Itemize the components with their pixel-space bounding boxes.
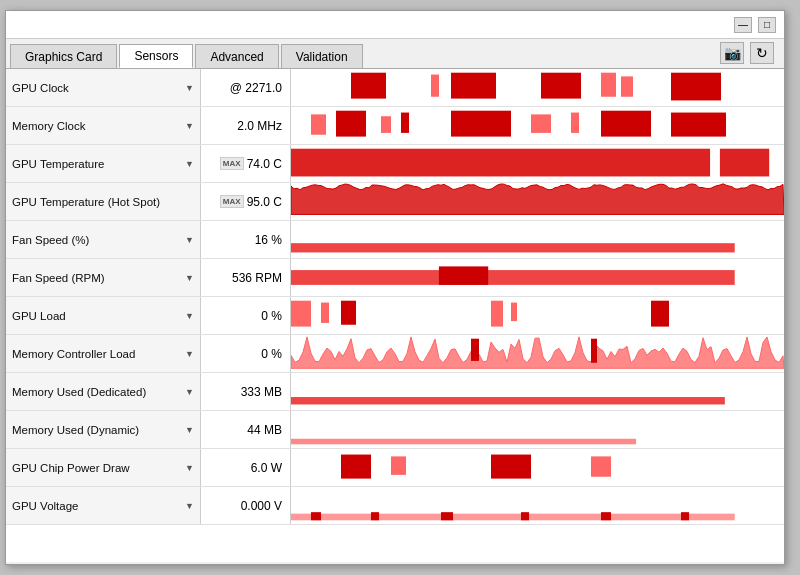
sensor-label-text: Memory Controller Load <box>12 348 135 360</box>
svg-rect-37 <box>371 512 379 520</box>
svg-rect-2 <box>451 73 496 99</box>
svg-rect-23 <box>341 301 356 325</box>
svg-rect-33 <box>491 455 531 479</box>
svg-rect-15 <box>671 113 726 137</box>
max-badge: MAX <box>220 157 244 170</box>
sensor-value: MAX95.0 C <box>201 183 291 220</box>
sensor-value: MAX74.0 C <box>201 145 291 182</box>
sensor-label-text: Memory Used (Dynamic) <box>12 424 139 436</box>
sensor-row: Memory Used (Dynamic)▼44 MB <box>6 411 784 449</box>
dropdown-arrow-icon: ▼ <box>185 311 194 321</box>
tab-advanced[interactable]: Advanced <box>195 44 278 68</box>
svg-rect-40 <box>601 512 611 520</box>
refresh-icon-button[interactable]: ↻ <box>750 42 774 64</box>
svg-rect-0 <box>351 73 386 99</box>
sensor-value-text: 0.000 V <box>241 499 282 513</box>
sensor-graph <box>291 69 784 106</box>
dropdown-arrow-icon: ▼ <box>185 235 194 245</box>
tab-icons: 📷 ↻ <box>720 42 780 68</box>
svg-rect-39 <box>521 512 529 520</box>
svg-rect-31 <box>341 455 371 479</box>
tab-validation[interactable]: Validation <box>281 44 363 68</box>
sensor-value-text: 536 RPM <box>232 271 282 285</box>
svg-rect-29 <box>291 397 725 404</box>
sensor-row: GPU Temperature▼MAX74.0 C <box>6 145 784 183</box>
sensor-graph <box>291 107 784 144</box>
sensor-label-text: Memory Used (Dedicated) <box>12 386 146 398</box>
sensor-label-text: GPU Clock <box>12 82 69 94</box>
svg-rect-3 <box>541 73 581 99</box>
dropdown-arrow-icon: ▼ <box>185 463 194 473</box>
sensor-graph <box>291 145 784 182</box>
sensor-graph <box>291 297 784 334</box>
svg-rect-35 <box>291 514 735 521</box>
sensor-label[interactable]: GPU Temperature▼ <box>6 145 201 182</box>
svg-rect-28 <box>591 339 597 363</box>
sensor-row: GPU Load▼0 % <box>6 297 784 335</box>
minimize-button[interactable]: — <box>734 17 752 33</box>
sensor-value-text: 333 MB <box>241 385 282 399</box>
svg-rect-6 <box>601 73 616 97</box>
title-bar: — □ <box>6 11 784 39</box>
sensor-label-text: Memory Clock <box>12 120 85 132</box>
sensor-graph <box>291 411 784 448</box>
sensor-label[interactable]: Memory Clock▼ <box>6 107 201 144</box>
sensor-label[interactable]: Fan Speed (RPM)▼ <box>6 259 201 296</box>
svg-rect-30 <box>291 439 636 445</box>
svg-rect-34 <box>591 456 611 476</box>
sensor-label[interactable]: Memory Used (Dedicated)▼ <box>6 373 201 410</box>
svg-rect-11 <box>451 111 511 137</box>
sensor-value: 44 MB <box>201 411 291 448</box>
sensor-graph <box>291 449 784 486</box>
sensor-graph <box>291 221 784 258</box>
sensor-label[interactable]: GPU Clock▼ <box>6 69 201 106</box>
sensor-graph <box>291 259 784 296</box>
sensor-label[interactable]: GPU Temperature (Hot Spot) <box>6 183 201 220</box>
sensor-row: Fan Speed (RPM)▼536 RPM <box>6 259 784 297</box>
dropdown-arrow-icon: ▼ <box>185 159 194 169</box>
sensor-value: 2.0 MHz <box>201 107 291 144</box>
dropdown-arrow-icon: ▼ <box>185 349 194 359</box>
sensor-label[interactable]: Memory Used (Dynamic)▼ <box>6 411 201 448</box>
svg-rect-10 <box>401 113 409 133</box>
sensor-label[interactable]: GPU Load▼ <box>6 297 201 334</box>
dropdown-arrow-icon: ▼ <box>185 121 194 131</box>
window-controls: — □ <box>734 17 776 33</box>
sensor-value-text: 2.0 MHz <box>237 119 282 133</box>
dropdown-arrow-icon: ▼ <box>185 83 194 93</box>
sensor-value: 333 MB <box>201 373 291 410</box>
dropdown-arrow-icon: ▼ <box>185 273 194 283</box>
sensor-label[interactable]: Memory Controller Load▼ <box>6 335 201 372</box>
svg-rect-8 <box>336 111 366 137</box>
tab-graphics-card[interactable]: Graphics Card <box>10 44 117 68</box>
svg-rect-41 <box>681 512 689 520</box>
svg-rect-1 <box>431 75 439 97</box>
sensor-label[interactable]: GPU Chip Power Draw▼ <box>6 449 201 486</box>
sensor-value: 0 % <box>201 297 291 334</box>
svg-rect-21 <box>291 301 311 327</box>
sensor-value-text: 95.0 C <box>247 195 282 209</box>
svg-rect-17 <box>720 149 769 177</box>
camera-icon-button[interactable]: 📷 <box>720 42 744 64</box>
sensor-value-text: 74.0 C <box>247 157 282 171</box>
sensor-value-text: 0 % <box>261 347 282 361</box>
sensor-label[interactable]: Fan Speed (%)▼ <box>6 221 201 258</box>
sensor-label[interactable]: GPU Voltage▼ <box>6 487 201 524</box>
sensor-graph <box>291 373 784 410</box>
svg-rect-26 <box>651 301 669 327</box>
sensor-row: GPU Temperature (Hot Spot)MAX95.0 C <box>6 183 784 221</box>
sensor-graph <box>291 487 784 524</box>
sensor-label-text: Fan Speed (RPM) <box>12 272 105 284</box>
tab-bar: Graphics Card Sensors Advanced Validatio… <box>6 39 784 69</box>
sensors-content: GPU Clock▼@ 2271.0Memory Clock▼2.0 MHzGP… <box>6 69 784 562</box>
sensor-row: GPU Clock▼@ 2271.0 <box>6 69 784 107</box>
tab-sensors[interactable]: Sensors <box>119 44 193 68</box>
maximize-button[interactable]: □ <box>758 17 776 33</box>
svg-rect-27 <box>471 339 479 361</box>
svg-rect-9 <box>381 116 391 133</box>
sensor-value: 536 RPM <box>201 259 291 296</box>
svg-rect-18 <box>291 243 735 252</box>
tabs-container: Graphics Card Sensors Advanced Validatio… <box>10 44 365 68</box>
sensor-row: Fan Speed (%)▼16 % <box>6 221 784 259</box>
svg-rect-19 <box>291 270 735 285</box>
